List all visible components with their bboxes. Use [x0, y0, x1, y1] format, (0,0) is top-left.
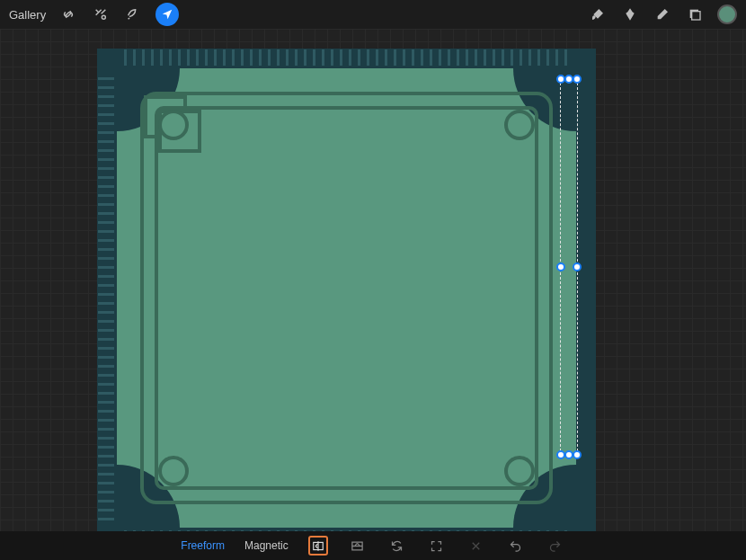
- selection-handle[interactable]: [573, 450, 582, 459]
- canvas-area[interactable]: [0, 29, 746, 531]
- gallery-button[interactable]: Gallery: [9, 8, 46, 22]
- transform-tool-icon[interactable]: [155, 3, 179, 26]
- eraser-tool-icon[interactable]: [653, 4, 672, 24]
- frame-notch: [158, 110, 189, 140]
- artwork-canvas: [97, 49, 596, 531]
- frame-inner-line: [155, 106, 538, 490]
- fit-screen-icon[interactable]: [427, 536, 447, 556]
- frame-notch: [158, 456, 189, 486]
- svg-point-0: [102, 15, 106, 19]
- top-toolbar-right: [588, 4, 737, 24]
- redo-icon[interactable]: [546, 536, 565, 556]
- flip-vertical-icon[interactable]: [348, 536, 368, 556]
- actions-icon[interactable]: [58, 4, 78, 24]
- undo-icon[interactable]: [506, 536, 526, 556]
- color-swatch[interactable]: [717, 4, 737, 24]
- green-panel: [117, 68, 576, 528]
- selection-handle[interactable]: [573, 262, 582, 271]
- selection-handle[interactable]: [573, 75, 582, 84]
- svg-rect-2: [692, 12, 700, 20]
- brush-tool-icon[interactable]: [588, 4, 608, 24]
- frame-notch: [504, 110, 535, 140]
- reset-icon[interactable]: [466, 536, 486, 556]
- smudge-tool-icon[interactable]: [620, 4, 640, 24]
- layers-icon[interactable]: [685, 4, 705, 24]
- transform-selection[interactable]: [560, 78, 578, 456]
- adjustments-icon[interactable]: [91, 4, 111, 24]
- mode-freeform[interactable]: Freeform: [181, 539, 225, 552]
- selection-tool-icon[interactable]: [123, 4, 143, 24]
- border-ornament-left: [98, 76, 114, 520]
- border-ornament-top: [124, 49, 569, 66]
- transform-toolbar: Freeform Magnetic: [0, 531, 746, 560]
- top-toolbar: Gallery: [0, 0, 746, 29]
- mode-magnetic[interactable]: Magnetic: [244, 539, 289, 552]
- top-toolbar-left: Gallery: [9, 3, 179, 26]
- flip-horizontal-icon[interactable]: [308, 536, 328, 556]
- frame-notch: [504, 456, 535, 486]
- rotate-icon[interactable]: [387, 536, 407, 556]
- selection-handle[interactable]: [556, 262, 565, 271]
